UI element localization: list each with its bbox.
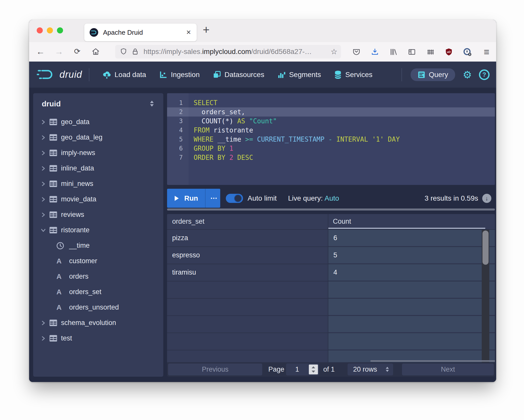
zoom-window-button[interactable] bbox=[57, 27, 63, 33]
sidebar-item-orders_set[interactable]: Aorders_set bbox=[33, 284, 163, 300]
run-bar: Run ••• Auto limit Live query: Auto 3 re… bbox=[167, 189, 495, 208]
chevron-right-icon[interactable] bbox=[41, 181, 46, 186]
nav-item-ingestion[interactable]: Ingestion bbox=[153, 71, 206, 79]
rows-per-page-select[interactable]: 20 rows bbox=[348, 364, 393, 375]
table-icon bbox=[49, 335, 57, 342]
line-number-4: 4 bbox=[167, 126, 183, 135]
sidebar-item-inline_data[interactable]: inline_data bbox=[33, 161, 163, 176]
double-caret-icon bbox=[385, 367, 390, 373]
line-number-2: 2 bbox=[167, 107, 183, 117]
chevron-right-icon[interactable] bbox=[41, 197, 46, 202]
chevron-right-icon[interactable] bbox=[41, 212, 46, 217]
count-cell-bg bbox=[328, 281, 495, 298]
page-number-input[interactable]: 1 bbox=[286, 364, 319, 375]
table-row-pizza: pizza6 bbox=[167, 230, 495, 247]
letter-a-icon: A bbox=[56, 288, 62, 296]
sidebar-item-movie_data[interactable]: movie_data bbox=[33, 192, 163, 207]
sidebar-item-ristorante[interactable]: ristorante bbox=[33, 222, 163, 238]
auto-limit-toggle[interactable] bbox=[226, 194, 243, 203]
url-bar[interactable]: https://imply-sales.implycloud.com/druid… bbox=[115, 45, 341, 59]
shield-icon[interactable] bbox=[120, 48, 127, 56]
close-tab-icon[interactable]: ✕ bbox=[186, 24, 191, 41]
run-button[interactable]: Run bbox=[184, 194, 198, 202]
chevron-right-icon[interactable] bbox=[41, 120, 46, 125]
sidebar-item-orders_unsorted[interactable]: Aorders_unsorted bbox=[33, 300, 163, 315]
chevron-right-icon[interactable] bbox=[41, 150, 46, 156]
sql-line-3[interactable]: COUNT(*) AS "Count" bbox=[194, 117, 277, 126]
browser-window: Apache Druid ✕ + ← → ⟳ https://imply-sal… bbox=[29, 20, 496, 382]
chevron-down-icon[interactable] bbox=[41, 228, 46, 233]
cell-orders-set: tiramisu bbox=[172, 264, 196, 280]
download-results-icon[interactable]: ↓ bbox=[482, 194, 491, 203]
navbar-separator bbox=[89, 68, 89, 81]
next-page-button[interactable]: Next bbox=[402, 364, 494, 375]
page-stepper[interactable] bbox=[309, 365, 318, 374]
horizontal-scrollbar-thumb[interactable] bbox=[370, 360, 495, 362]
home-button[interactable] bbox=[90, 46, 102, 58]
vertical-scrollbar-thumb[interactable] bbox=[482, 231, 489, 265]
settings-gear-icon[interactable]: ⚙ bbox=[463, 70, 472, 80]
nav-item-services[interactable]: Services bbox=[328, 70, 379, 79]
column-header-orders-set[interactable]: orders_set bbox=[172, 214, 205, 229]
run-more-button[interactable]: ••• bbox=[208, 196, 220, 201]
sidebar-item-orders[interactable]: Aorders bbox=[33, 269, 163, 284]
chevron-right-icon[interactable] bbox=[41, 320, 46, 326]
back-button[interactable]: ← bbox=[34, 42, 47, 62]
live-query-value[interactable]: Auto bbox=[325, 189, 339, 208]
browser-tab[interactable]: Apache Druid ✕ bbox=[84, 24, 197, 41]
nav-item-label: Ingestion bbox=[171, 71, 200, 79]
nav-item-query[interactable]: Query bbox=[411, 68, 455, 81]
sql-line-4[interactable]: FROM ristorante bbox=[194, 126, 253, 135]
new-tab-button[interactable]: + bbox=[203, 23, 210, 36]
menu-button[interactable]: ≡ bbox=[481, 46, 492, 58]
sql-line-6[interactable]: GROUP BY 1 bbox=[194, 144, 233, 153]
nav-item-segments[interactable]: Segments bbox=[271, 71, 328, 79]
sql-line-7[interactable]: ORDER BY 2 DESC bbox=[194, 153, 253, 162]
sidebar-item-mini_news[interactable]: mini_news bbox=[33, 176, 163, 192]
help-icon[interactable]: ? bbox=[479, 69, 490, 80]
sidebar-toggle-icon[interactable] bbox=[406, 46, 418, 58]
sidebar-item-geo_data_leg[interactable]: geo_data_leg bbox=[33, 130, 163, 145]
chevron-right-icon[interactable] bbox=[41, 166, 46, 171]
cell-count: 6 bbox=[333, 230, 337, 246]
minimize-window-button[interactable] bbox=[47, 27, 53, 33]
druid-logo[interactable]: druid bbox=[37, 68, 82, 81]
reload-button[interactable]: ⟳ bbox=[71, 42, 84, 62]
downloads-icon[interactable] bbox=[369, 46, 381, 58]
app-navbar: druid Load dataIngestionDatasourcesSegme… bbox=[29, 62, 496, 88]
schema-selector[interactable]: druid bbox=[33, 97, 163, 111]
sql-editor[interactable]: 1SELECT2 orders_set,3 COUNT(*) AS "Count… bbox=[167, 93, 495, 185]
schema-sidebar: druid geo_datageo_data_legimply-newsinli… bbox=[33, 93, 163, 377]
sql-line-1[interactable]: SELECT bbox=[194, 98, 217, 107]
sidebar-item-imply-news[interactable]: imply-news bbox=[33, 145, 163, 161]
onepassword-icon[interactable] bbox=[461, 46, 473, 58]
close-window-button[interactable] bbox=[37, 27, 43, 33]
chevron-right-icon[interactable] bbox=[41, 135, 46, 140]
sidebar-item-schema_evolution[interactable]: schema_evolution bbox=[33, 315, 163, 331]
nav-item-datasources[interactable]: Datasources bbox=[206, 71, 271, 79]
nav-item-label: Load data bbox=[115, 71, 146, 79]
sidebar-item-customer[interactable]: Acustomer bbox=[33, 253, 163, 269]
ublock-origin-icon[interactable]: uO bbox=[443, 46, 455, 58]
nav-item-load-data[interactable]: Load data bbox=[96, 71, 153, 79]
fence-extension-icon[interactable] bbox=[425, 46, 436, 58]
stepper-up-icon[interactable] bbox=[312, 366, 315, 368]
column-header-count[interactable]: Count bbox=[333, 214, 351, 229]
sql-line-5[interactable]: WHERE __time >= CURRENT_TIMESTAMP - INTE… bbox=[194, 135, 400, 144]
stepper-down-icon[interactable] bbox=[312, 371, 315, 373]
sql-line-2[interactable]: orders_set, bbox=[194, 107, 245, 117]
chevron-right-icon[interactable] bbox=[41, 336, 46, 341]
sidebar-item-__time[interactable]: __time bbox=[33, 238, 163, 253]
sidebar-item-test[interactable]: test bbox=[33, 331, 163, 346]
previous-page-button[interactable]: Previous bbox=[168, 364, 262, 375]
query-icon bbox=[418, 71, 425, 79]
pane-splitter[interactable] bbox=[167, 208, 495, 211]
lock-icon[interactable] bbox=[131, 48, 139, 56]
sidebar-item-reviews[interactable]: reviews bbox=[33, 207, 163, 222]
bookmark-star-icon[interactable]: ☆ bbox=[331, 45, 337, 59]
sidebar-item-geo_data[interactable]: geo_data bbox=[33, 114, 163, 130]
forward-button[interactable]: → bbox=[53, 42, 65, 62]
library-icon[interactable] bbox=[388, 46, 399, 58]
pocket-icon[interactable] bbox=[351, 46, 362, 58]
schema-sort-icon[interactable] bbox=[149, 100, 155, 108]
